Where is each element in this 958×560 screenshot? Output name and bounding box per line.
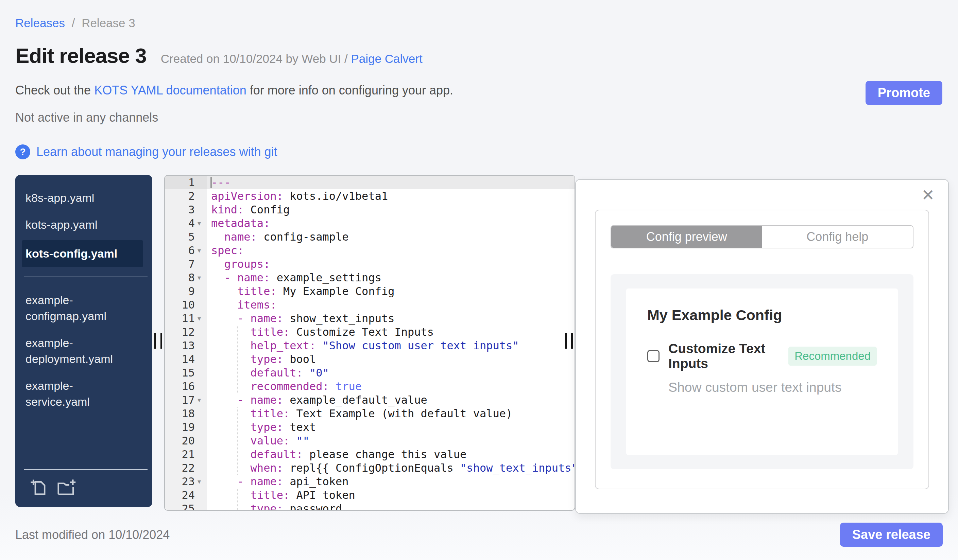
code-row[interactable]: 11▾ - name: show_text_inputs [165, 312, 574, 325]
code-line[interactable]: - name: example_settings [207, 271, 574, 285]
created-text: Created on 10/10/2024 by Web UI / [161, 52, 351, 65]
code-row[interactable]: 5 name: config-sample [165, 230, 574, 244]
code-line[interactable]: title: My Example Config [207, 285, 574, 298]
code-row[interactable]: 18 title: Text Example (with default val… [165, 407, 574, 420]
sidebar-file-item[interactable]: kots-app.yaml [15, 211, 152, 238]
code-line[interactable]: type: password [207, 502, 574, 511]
sidebar-actions [24, 469, 148, 507]
code-row[interactable]: 1--- [165, 176, 574, 189]
git-help-link[interactable]: ? Learn about managing your releases wit… [15, 144, 277, 159]
code-line[interactable]: when: repl{{ ConfigOptionEquals "show_te… [207, 461, 574, 475]
code-line[interactable]: --- [207, 176, 574, 189]
config-item-row: Customize Text Inputs Recommended [647, 341, 877, 371]
code-line[interactable]: spec: [207, 244, 574, 257]
breadcrumb-releases-link[interactable]: Releases [15, 16, 65, 30]
line-number: 13 [165, 339, 207, 353]
channel-status: Not active in any channels [15, 111, 943, 125]
sidebar-file-item[interactable]: kots-config.yaml [22, 240, 143, 267]
pane-resize-handle[interactable] [563, 333, 574, 349]
folder-plus-icon [56, 478, 78, 497]
customize-text-inputs-checkbox[interactable] [647, 350, 660, 362]
code-row[interactable]: 12 title: Customize Text Inputs [165, 325, 574, 339]
code-row[interactable]: 8▾ - name: example_settings [165, 271, 574, 285]
fold-toggle-icon[interactable]: ▾ [195, 312, 207, 325]
code-line[interactable]: - name: example_default_value [207, 393, 574, 407]
close-icon[interactable]: ✕ [921, 187, 934, 203]
code-line[interactable]: default: "0" [207, 366, 574, 380]
footer: Last modified on 10/10/2024 Save release [15, 523, 943, 547]
fold-toggle-icon[interactable]: ▾ [195, 475, 207, 488]
sidebar-file-item[interactable]: example-service.yaml [15, 372, 152, 415]
code-row[interactable]: 19 type: text [165, 420, 574, 434]
code-line[interactable]: - name: show_text_inputs [207, 312, 574, 325]
code-row[interactable]: 24 title: API token [165, 488, 574, 502]
code-line[interactable]: apiVersion: kots.io/v1beta1 [207, 189, 574, 203]
code-line[interactable]: title: Customize Text Inputs [207, 325, 574, 339]
code-line[interactable]: items: [207, 298, 574, 312]
tab-config-preview[interactable]: Config preview [611, 226, 762, 248]
code-row[interactable]: 23▾ - name: api_token [165, 475, 574, 488]
new-file-button[interactable] [30, 478, 47, 497]
sidebar-file-item[interactable]: example-configmap.yaml [15, 287, 152, 330]
docs-info: Check out the KOTS YAML documentation fo… [15, 83, 943, 98]
kots-docs-link[interactable]: KOTS YAML documentation [94, 83, 246, 97]
code-row[interactable]: 15 default: "0" [165, 366, 574, 380]
sidebar-file-item[interactable]: example-deployment.yaml [15, 330, 152, 372]
code-line[interactable]: type: text [207, 420, 574, 434]
line-number: 3 [165, 203, 207, 217]
code-row[interactable]: 6▾spec: [165, 244, 574, 257]
code-line[interactable]: metadata: [207, 217, 574, 230]
code-row[interactable]: 20 value: "" [165, 434, 574, 448]
code-line[interactable]: recommended: true [207, 380, 574, 393]
line-number: 9 [165, 285, 207, 298]
code-line[interactable]: kind: Config [207, 203, 574, 217]
code-row[interactable]: 14 type: bool [165, 353, 574, 366]
promote-button[interactable]: Promote [866, 81, 942, 105]
save-release-button[interactable]: Save release [840, 523, 943, 547]
code-line[interactable]: groups: [207, 257, 574, 271]
indent-guide [237, 407, 238, 475]
fold-toggle-icon[interactable]: ▾ [195, 393, 207, 407]
fold-toggle-icon[interactable]: ▾ [195, 217, 207, 230]
code-row[interactable]: 16 recommended: true [165, 380, 574, 393]
code-line[interactable]: value: "" [207, 434, 574, 448]
code-row[interactable]: 4▾metadata: [165, 217, 574, 230]
tab-config-help[interactable]: Config help [762, 226, 913, 248]
config-group-title: My Example Config [647, 307, 877, 323]
pane-resize-handle[interactable] [153, 333, 163, 349]
code-line[interactable]: title: Text Example (with default value) [207, 407, 574, 420]
code-row[interactable]: 22 when: repl{{ ConfigOptionEquals "show… [165, 461, 574, 475]
author-link[interactable]: Paige Calvert [351, 52, 423, 65]
code-row[interactable]: 13 help_text: "Show custom user text inp… [165, 339, 574, 353]
code-line[interactable]: title: API token [207, 488, 574, 502]
breadcrumb-separator: / [72, 16, 75, 30]
code-line[interactable]: name: config-sample [207, 230, 574, 244]
sidebar-file-item[interactable]: k8s-app.yaml [15, 185, 152, 211]
code-row[interactable]: 21 default: please change this value [165, 448, 574, 461]
code-row[interactable]: 7 groups: [165, 257, 574, 271]
fold-toggle-icon[interactable]: ▾ [195, 244, 207, 257]
line-number: 15 [165, 366, 207, 380]
code-row[interactable]: 17▾ - name: example_default_value [165, 393, 574, 407]
code-row[interactable]: 10 items: [165, 298, 574, 312]
code-row[interactable]: 9 title: My Example Config [165, 285, 574, 298]
line-number: 24 [165, 488, 207, 502]
page-title: Edit release 3 [15, 43, 146, 68]
yaml-editor[interactable]: 1---2apiVersion: kots.io/v1beta13kind: C… [164, 175, 575, 511]
line-number: 20 [165, 434, 207, 448]
line-number: 21 [165, 448, 207, 461]
fold-toggle-icon[interactable]: ▾ [195, 271, 207, 285]
code-line[interactable]: type: bool [207, 353, 574, 366]
code-row[interactable]: 2apiVersion: kots.io/v1beta1 [165, 189, 574, 203]
code-line[interactable]: default: please change this value [207, 448, 574, 461]
line-number: 6▾ [165, 244, 207, 257]
code-row[interactable]: 25 type: password [165, 502, 574, 511]
new-folder-button[interactable] [56, 478, 78, 497]
line-number: 8▾ [165, 271, 207, 285]
code-row[interactable]: 3kind: Config [165, 203, 574, 217]
file-plus-icon [30, 478, 47, 497]
file-list-top: k8s-app.yamlkots-app.yamlkots-config.yam… [15, 185, 152, 267]
code-line[interactable]: - name: api_token [207, 475, 574, 488]
line-number: 11▾ [165, 312, 207, 325]
code-line[interactable]: help_text: "Show custom user text inputs… [207, 339, 574, 353]
